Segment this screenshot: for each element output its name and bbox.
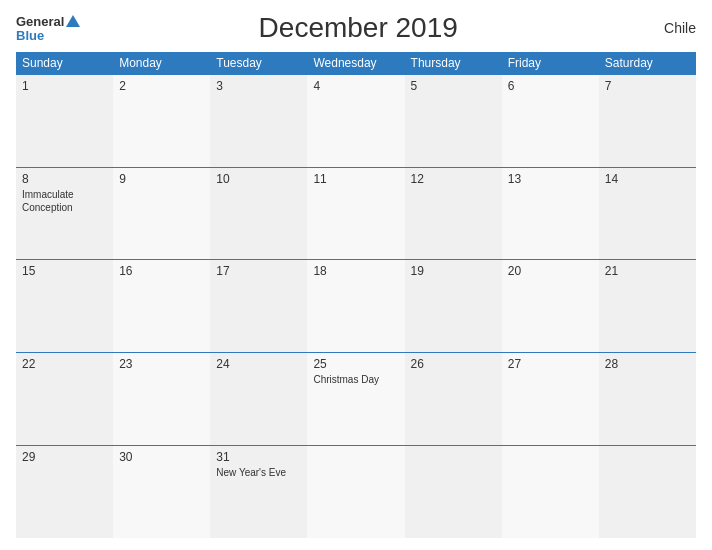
calendar-cell: 4 bbox=[307, 75, 404, 168]
calendar-page: General Blue December 2019 Chile SundayM… bbox=[0, 0, 712, 550]
calendar-cell bbox=[599, 445, 696, 538]
month-title: December 2019 bbox=[80, 12, 636, 44]
logo: General Blue bbox=[16, 15, 80, 42]
calendar-cell: 6 bbox=[502, 75, 599, 168]
holiday-name: Christmas Day bbox=[313, 373, 398, 386]
calendar-cell: 31New Year's Eve bbox=[210, 445, 307, 538]
day-number: 3 bbox=[216, 79, 301, 93]
calendar-cell: 13 bbox=[502, 167, 599, 260]
weekday-header-wednesday: Wednesday bbox=[307, 52, 404, 75]
holiday-name: Immaculate Conception bbox=[22, 188, 107, 214]
calendar-table: SundayMondayTuesdayWednesdayThursdayFrid… bbox=[16, 52, 696, 538]
day-number: 19 bbox=[411, 264, 496, 278]
weekday-header-row: SundayMondayTuesdayWednesdayThursdayFrid… bbox=[16, 52, 696, 75]
day-number: 9 bbox=[119, 172, 204, 186]
calendar-cell bbox=[307, 445, 404, 538]
day-number: 27 bbox=[508, 357, 593, 371]
weekday-header-monday: Monday bbox=[113, 52, 210, 75]
calendar-cell bbox=[502, 445, 599, 538]
day-number: 28 bbox=[605, 357, 690, 371]
day-number: 24 bbox=[216, 357, 301, 371]
day-number: 21 bbox=[605, 264, 690, 278]
calendar-cell: 21 bbox=[599, 260, 696, 353]
day-number: 11 bbox=[313, 172, 398, 186]
calendar-cell: 25Christmas Day bbox=[307, 353, 404, 446]
day-number: 6 bbox=[508, 79, 593, 93]
day-number: 8 bbox=[22, 172, 107, 186]
calendar-cell: 7 bbox=[599, 75, 696, 168]
day-number: 5 bbox=[411, 79, 496, 93]
calendar-week-row: 1234567 bbox=[16, 75, 696, 168]
logo-general: General bbox=[16, 15, 64, 28]
calendar-cell: 24 bbox=[210, 353, 307, 446]
calendar-cell: 20 bbox=[502, 260, 599, 353]
day-number: 17 bbox=[216, 264, 301, 278]
calendar-cell bbox=[405, 445, 502, 538]
logo-blue: Blue bbox=[16, 29, 80, 42]
weekday-header-saturday: Saturday bbox=[599, 52, 696, 75]
day-number: 20 bbox=[508, 264, 593, 278]
calendar-cell: 15 bbox=[16, 260, 113, 353]
day-number: 18 bbox=[313, 264, 398, 278]
day-number: 22 bbox=[22, 357, 107, 371]
calendar-cell: 8Immaculate Conception bbox=[16, 167, 113, 260]
calendar-cell: 27 bbox=[502, 353, 599, 446]
day-number: 16 bbox=[119, 264, 204, 278]
country-label: Chile bbox=[636, 20, 696, 36]
day-number: 15 bbox=[22, 264, 107, 278]
logo-triangle-icon bbox=[66, 15, 80, 27]
calendar-cell: 22 bbox=[16, 353, 113, 446]
calendar-cell: 10 bbox=[210, 167, 307, 260]
day-number: 25 bbox=[313, 357, 398, 371]
calendar-week-row: 15161718192021 bbox=[16, 260, 696, 353]
weekday-header-friday: Friday bbox=[502, 52, 599, 75]
calendar-cell: 12 bbox=[405, 167, 502, 260]
calendar-cell: 19 bbox=[405, 260, 502, 353]
day-number: 1 bbox=[22, 79, 107, 93]
day-number: 13 bbox=[508, 172, 593, 186]
calendar-cell: 29 bbox=[16, 445, 113, 538]
day-number: 10 bbox=[216, 172, 301, 186]
header: General Blue December 2019 Chile bbox=[16, 12, 696, 44]
weekday-header-thursday: Thursday bbox=[405, 52, 502, 75]
day-number: 30 bbox=[119, 450, 204, 464]
calendar-cell: 28 bbox=[599, 353, 696, 446]
calendar-cell: 26 bbox=[405, 353, 502, 446]
day-number: 23 bbox=[119, 357, 204, 371]
calendar-cell: 17 bbox=[210, 260, 307, 353]
calendar-week-row: 22232425Christmas Day262728 bbox=[16, 353, 696, 446]
calendar-cell: 30 bbox=[113, 445, 210, 538]
calendar-cell: 9 bbox=[113, 167, 210, 260]
calendar-cell: 16 bbox=[113, 260, 210, 353]
calendar-cell: 18 bbox=[307, 260, 404, 353]
calendar-cell: 1 bbox=[16, 75, 113, 168]
calendar-cell: 14 bbox=[599, 167, 696, 260]
day-number: 4 bbox=[313, 79, 398, 93]
day-number: 14 bbox=[605, 172, 690, 186]
calendar-cell: 3 bbox=[210, 75, 307, 168]
day-number: 26 bbox=[411, 357, 496, 371]
calendar-week-row: 8Immaculate Conception91011121314 bbox=[16, 167, 696, 260]
day-number: 12 bbox=[411, 172, 496, 186]
day-number: 7 bbox=[605, 79, 690, 93]
calendar-cell: 5 bbox=[405, 75, 502, 168]
holiday-name: New Year's Eve bbox=[216, 466, 301, 479]
day-number: 29 bbox=[22, 450, 107, 464]
calendar-week-row: 293031New Year's Eve bbox=[16, 445, 696, 538]
day-number: 2 bbox=[119, 79, 204, 93]
day-number: 31 bbox=[216, 450, 301, 464]
weekday-header-sunday: Sunday bbox=[16, 52, 113, 75]
calendar-cell: 11 bbox=[307, 167, 404, 260]
weekday-header-tuesday: Tuesday bbox=[210, 52, 307, 75]
calendar-cell: 23 bbox=[113, 353, 210, 446]
calendar-cell: 2 bbox=[113, 75, 210, 168]
